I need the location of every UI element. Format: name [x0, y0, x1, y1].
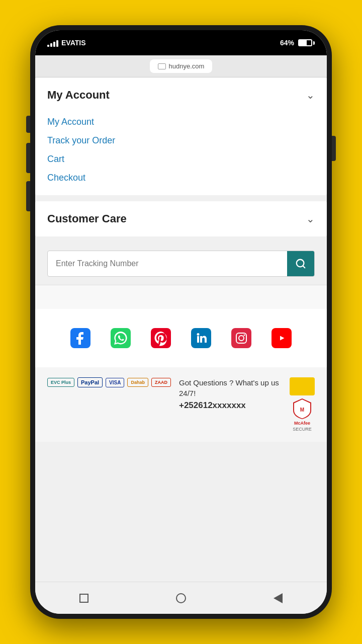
tracking-search-button[interactable]: [287, 251, 314, 276]
battery-icon: [298, 39, 315, 46]
tracking-input[interactable]: [48, 252, 287, 275]
link-cart[interactable]: Cart: [47, 154, 315, 165]
signal-bar-1: [47, 45, 49, 47]
mcafee-label: McAfee: [294, 421, 310, 426]
battery-body: [298, 39, 312, 46]
evc-badge: EVC Plus: [47, 378, 74, 387]
power-button[interactable]: [332, 136, 336, 161]
my-account-header[interactable]: My Account ⌄: [35, 77, 327, 113]
my-account-title: My Account: [47, 89, 110, 102]
volume-up-button[interactable]: [26, 143, 30, 173]
phone-frame: EVATIS 64% hudnye.com: [30, 25, 332, 619]
signal-bar-4: [56, 40, 58, 47]
svg-line-1: [303, 266, 305, 268]
home-button[interactable]: [170, 587, 192, 609]
svg-rect-7: [231, 328, 251, 348]
my-account-section: My Account ⌄ My Account Track your Order…: [35, 77, 327, 195]
divider-area: [35, 285, 327, 309]
link-track-order[interactable]: Track your Order: [47, 135, 315, 146]
search-icon: [295, 258, 306, 269]
mcafee-secure-label: SECURE: [293, 427, 312, 432]
visa-badge: VISA: [106, 378, 124, 387]
contact-phone: +252612xxxxxxx: [179, 400, 282, 411]
yellow-badge: [290, 377, 315, 395]
tab-icon: [158, 63, 166, 69]
browser-url-bar[interactable]: hudnye.com: [150, 59, 213, 73]
back-button[interactable]: [267, 587, 289, 609]
dahab-badge: Dahab: [127, 378, 148, 387]
svg-point-6: [197, 333, 200, 336]
whatsapp-icon[interactable]: [106, 323, 136, 353]
back-icon: [274, 593, 283, 603]
mcafee-shield-icon: M: [291, 397, 313, 420]
battery-fill: [299, 40, 307, 45]
customer-care-header[interactable]: Customer Care ⌄: [35, 201, 327, 236]
youtube-icon[interactable]: [266, 323, 297, 353]
status-right: 64%: [280, 39, 315, 47]
battery-tip: [313, 41, 315, 45]
home-icon: [176, 593, 186, 603]
tracking-input-row: [47, 251, 315, 277]
url-text: hudnye.com: [169, 62, 205, 70]
mcafee-badge: M McAfee SECURE: [291, 397, 313, 432]
bottom-nav: [35, 582, 327, 614]
scroll-content[interactable]: My Account ⌄ My Account Track your Order…: [35, 77, 327, 582]
linkedin-icon[interactable]: [186, 323, 216, 353]
facebook-icon[interactable]: [65, 323, 96, 353]
footer-section: EVC Plus PayPal VISA Dahab ZAAD Got Ques…: [35, 367, 327, 442]
status-left: EVATIS: [47, 39, 86, 47]
my-account-body: My Account Track your Order Cart Checkou…: [35, 113, 327, 195]
battery-percent: 64%: [280, 39, 294, 47]
phone-screen: EVATIS 64% hudnye.com: [35, 30, 327, 614]
payment-logos: EVC Plus PayPal VISA Dahab ZAAD: [47, 377, 171, 387]
silent-button[interactable]: [26, 116, 30, 133]
svg-point-10: [244, 335, 245, 336]
signal-bar-3: [53, 42, 55, 47]
payment-row: EVC Plus PayPal VISA Dahab ZAAD: [47, 377, 171, 387]
stop-button[interactable]: [73, 587, 95, 609]
signal-bar-2: [50, 43, 52, 47]
link-checkout[interactable]: Checkout: [47, 173, 315, 183]
tracking-section: [35, 243, 327, 285]
zaad-badge: ZAAD: [151, 378, 171, 387]
customer-care-section: Customer Care ⌄: [35, 201, 327, 236]
instagram-icon[interactable]: [226, 323, 256, 353]
customer-care-title: Customer Care: [47, 212, 127, 225]
my-account-chevron-icon: ⌄: [306, 89, 315, 101]
link-my-account[interactable]: My Account: [47, 117, 315, 127]
status-bar: EVATIS 64%: [35, 30, 327, 55]
carrier-label: EVATIS: [61, 39, 86, 47]
browser-bar: hudnye.com: [35, 55, 327, 77]
svg-rect-3: [111, 328, 131, 348]
stop-icon: [79, 594, 88, 603]
volume-down-button[interactable]: [26, 181, 30, 211]
social-section: [35, 309, 327, 367]
contact-question: Got Questions ? What's up us 24/7!: [179, 377, 282, 398]
signal-icon: [47, 39, 58, 47]
contact-info: Got Questions ? What's up us 24/7! +2526…: [179, 377, 282, 411]
svg-text:M: M: [300, 407, 304, 413]
pinterest-icon[interactable]: [146, 323, 176, 353]
paypal-badge: PayPal: [77, 377, 103, 387]
customer-care-chevron-icon: ⌄: [306, 213, 315, 225]
